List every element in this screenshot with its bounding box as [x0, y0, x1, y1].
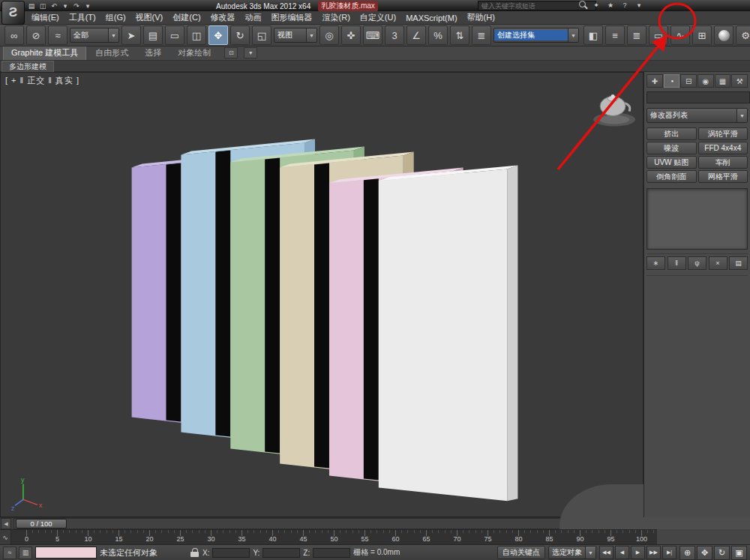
- ribbon-tab-active[interactable]: Graphite 建模工具: [3, 45, 86, 60]
- reference-coordinate-combo[interactable]: 视图▼: [274, 28, 317, 43]
- select-and-scale-icon[interactable]: ◱: [252, 25, 272, 45]
- unlink-selection-icon[interactable]: ⊘: [26, 25, 46, 45]
- open-file-icon[interactable]: ▤: [27, 1, 36, 10]
- object-name-field[interactable]: [646, 91, 750, 103]
- select-by-name-icon[interactable]: ▤: [143, 25, 163, 45]
- menu-item[interactable]: 自定义(U): [356, 11, 400, 24]
- time-back-arrow[interactable]: ◀: [1, 518, 11, 529]
- favorites-icon[interactable]: ★: [606, 1, 615, 10]
- select-and-move-icon[interactable]: ✥: [208, 25, 228, 45]
- chevron-down-icon[interactable]: ▼: [585, 547, 596, 559]
- remove-modifier-icon[interactable]: ×: [709, 256, 728, 270]
- use-pivot-center-icon[interactable]: ◎: [320, 25, 339, 45]
- edit-named-selections-icon[interactable]: ≣: [472, 25, 491, 45]
- create-tab-icon[interactable]: ✚: [646, 74, 663, 88]
- menu-item[interactable]: 工具(T): [64, 11, 100, 24]
- redo-icon[interactable]: ↷: [72, 1, 81, 10]
- app-logo-button[interactable]: Ƨ: [2, 1, 25, 25]
- modify-tab-icon[interactable]: ◔: [664, 74, 680, 88]
- select-and-manipulate-icon[interactable]: ✜: [341, 25, 361, 45]
- modifier-button[interactable]: 车削: [698, 156, 748, 169]
- ribbon-minimize-icon[interactable]: ▾: [244, 47, 257, 58]
- save-file-icon[interactable]: ◫: [38, 1, 47, 10]
- percent-snap-icon[interactable]: %: [428, 25, 448, 45]
- zoom-icon[interactable]: ⊕: [680, 546, 695, 560]
- modifier-button[interactable]: 涡轮平滑: [698, 127, 748, 140]
- motion-tab-icon[interactable]: ◉: [698, 74, 714, 88]
- hierarchy-tab-icon[interactable]: ⊟: [680, 74, 697, 88]
- menu-item[interactable]: 渲染(R): [318, 11, 355, 24]
- viewport-label[interactable]: [ + ‖ 正交 ‖ 真实 ]: [5, 75, 80, 86]
- modifier-button[interactable]: FFD 4x4x4: [698, 142, 748, 154]
- previous-frame-icon[interactable]: ◀: [615, 546, 629, 559]
- ribbon-tab-inactive[interactable]: 选择: [137, 46, 169, 60]
- window-crossing-icon[interactable]: ◫: [187, 25, 206, 45]
- undo-icon[interactable]: ↶: [50, 1, 58, 10]
- menu-item[interactable]: 帮助(H): [463, 11, 500, 24]
- select-and-link-icon[interactable]: ∞: [4, 25, 24, 45]
- modifier-button[interactable]: 挤出: [646, 127, 697, 140]
- next-frame-icon[interactable]: ▶▶: [646, 546, 661, 559]
- help-icon[interactable]: ?: [620, 1, 629, 10]
- modifier-button[interactable]: 噪波: [646, 142, 697, 154]
- selected-objects-combo[interactable]: 选定对象 ▼: [548, 546, 596, 559]
- time-slider-channel[interactable]: 0 / 100: [14, 518, 630, 529]
- display-tab-icon[interactable]: ▦: [715, 74, 731, 88]
- named-selection-sets-combo[interactable]: 创建选择集▼: [494, 28, 579, 43]
- ribbon-tab-inactive[interactable]: 对象绘制: [170, 46, 218, 60]
- menu-item[interactable]: 图形编辑器: [267, 11, 317, 24]
- play-icon[interactable]: ▶: [631, 546, 645, 559]
- modifier-button[interactable]: 倒角剖面: [646, 170, 697, 183]
- maxscript-mini-listener[interactable]: [35, 547, 97, 559]
- pin-stack-icon[interactable]: ∗: [646, 256, 665, 270]
- rectangular-selection-icon[interactable]: ▭: [165, 25, 184, 45]
- bind-to-space-warp-icon[interactable]: ≈: [48, 25, 68, 45]
- infocenter-dropdown-icon[interactable]: ▾: [634, 1, 644, 10]
- modifier-list-combo[interactable]: 修改器列表 ▼: [646, 108, 748, 123]
- chevron-down-icon[interactable]: ▼: [568, 28, 578, 42]
- board-white[interactable]: [379, 169, 508, 501]
- menu-item[interactable]: MAXScript(M): [401, 13, 461, 23]
- menu-item[interactable]: 动画: [241, 11, 266, 24]
- chevron-down-icon[interactable]: ▼: [736, 109, 747, 122]
- mini-listener-toggle-icon[interactable]: ≈: [3, 547, 16, 559]
- ribbon-config-icon[interactable]: ⊡: [224, 47, 238, 58]
- orbit-icon[interactable]: ↻: [714, 546, 730, 560]
- scene-gizmo-object[interactable]: [593, 94, 635, 126]
- selection-lock-icon[interactable]: [190, 548, 200, 558]
- menu-item[interactable]: 创建(C): [168, 11, 205, 24]
- listener-menu-icon[interactable]: ▥: [19, 547, 32, 559]
- align-icon[interactable]: ≡: [605, 25, 625, 45]
- modifier-button[interactable]: UVW 贴图: [646, 156, 697, 169]
- coord-x-field[interactable]: [212, 548, 250, 558]
- menu-item[interactable]: 视图(V): [131, 11, 168, 24]
- angle-snap-icon[interactable]: ∠: [406, 25, 426, 45]
- track-bar-ticks[interactable]: 0510152025303540455055606570758085909510…: [11, 530, 657, 544]
- mirror-icon[interactable]: ◧: [584, 25, 603, 45]
- redo-dropdown-icon[interactable]: ▾: [83, 1, 92, 10]
- viewport-scene[interactable]: y x z: [1, 73, 643, 517]
- spinner-snap-icon[interactable]: ⇅: [450, 25, 470, 45]
- search-icon[interactable]: [578, 1, 586, 10]
- ribbon-tab-inactive[interactable]: 自由形式: [88, 46, 136, 60]
- layer-manager-icon[interactable]: ≣: [627, 25, 646, 45]
- show-end-result-icon[interactable]: ‖: [668, 256, 686, 270]
- keyboard-override-icon[interactable]: ⌨: [363, 25, 382, 45]
- schematic-view-icon[interactable]: ⊞: [692, 25, 712, 45]
- tab-polygon-modeling[interactable]: 多边形建模: [2, 61, 54, 72]
- make-unique-icon[interactable]: ψ: [688, 256, 706, 270]
- coord-y-field[interactable]: [262, 548, 300, 558]
- undo-dropdown-icon[interactable]: ▾: [61, 1, 70, 10]
- graphite-ribbon-toggle-icon[interactable]: ▭: [649, 25, 668, 45]
- auto-key-button[interactable]: 自动关键点: [497, 546, 545, 559]
- utilities-tab-icon[interactable]: ⚒: [731, 74, 748, 88]
- snaps-toggle-3d-icon[interactable]: 3: [385, 25, 404, 45]
- go-to-start-icon[interactable]: ◀◀: [599, 546, 614, 559]
- chevron-down-icon[interactable]: ▼: [108, 28, 118, 42]
- mini-curve-editor-button[interactable]: ∿: [0, 530, 11, 544]
- viewport[interactable]: [ + ‖ 正交 ‖ 真实 ] y x z: [0, 72, 644, 517]
- menu-item[interactable]: 修改器: [206, 11, 240, 24]
- coord-z-field[interactable]: [313, 548, 350, 558]
- select-object-icon[interactable]: ➤: [122, 25, 141, 45]
- go-to-end-icon[interactable]: ▶|: [662, 546, 676, 559]
